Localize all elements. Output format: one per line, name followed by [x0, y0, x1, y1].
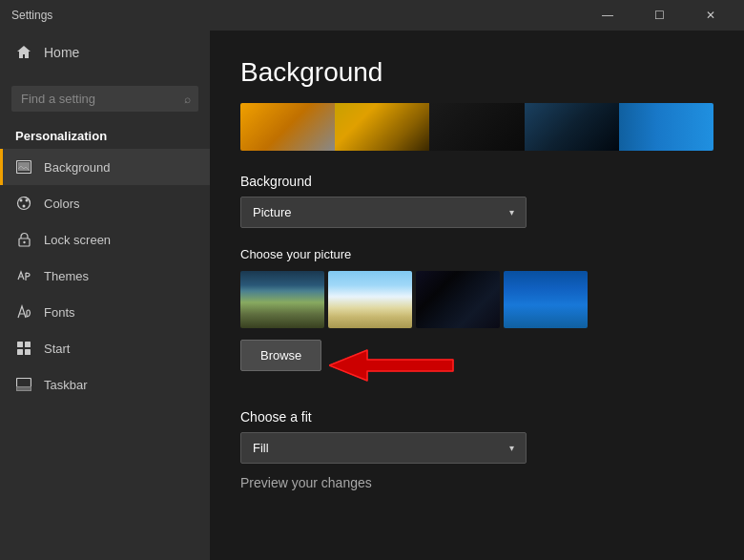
wallpaper-strip	[240, 103, 713, 151]
sidebar-colors-label: Colors	[44, 197, 80, 211]
sidebar-section-label: Personalization	[0, 119, 210, 149]
background-dropdown-chevron: ▾	[509, 207, 514, 218]
sidebar-item-themes[interactable]: Themes	[0, 258, 210, 294]
fill-dropdown-value: Fill	[253, 441, 269, 455]
svg-rect-8	[17, 342, 23, 347]
sidebar-themes-label: Themes	[44, 269, 89, 283]
close-button[interactable]: ✕	[689, 0, 733, 31]
thumb-4-image	[504, 271, 588, 328]
svg-rect-9	[25, 342, 31, 347]
sidebar-item-taskbar[interactable]: Taskbar	[0, 366, 210, 403]
background-dropdown[interactable]: Picture ▾	[240, 197, 527, 228]
main-content: Background Background Picture ▾ Choose y…	[210, 31, 744, 560]
arrow-annotation	[329, 344, 463, 386]
background-dropdown-wrap: Picture ▾	[240, 197, 713, 228]
svg-point-3	[20, 199, 23, 202]
sidebar-fonts-label: Fonts	[44, 305, 75, 320]
sidebar-start-label: Start	[44, 342, 70, 356]
svg-marker-14	[329, 350, 453, 381]
colors-icon	[15, 195, 32, 212]
browse-button[interactable]: Browse	[240, 340, 321, 371]
choose-picture-label: Choose your picture	[240, 247, 713, 261]
thumbnail-1[interactable]	[240, 271, 324, 328]
sidebar-item-fonts[interactable]: Fonts	[0, 294, 210, 330]
app-title: Settings	[11, 9, 586, 22]
thumb-3-image	[416, 271, 500, 328]
minimize-button[interactable]: —	[586, 0, 630, 31]
sidebar-item-lock-screen[interactable]: Lock screen	[0, 221, 210, 258]
fill-dropdown-chevron: ▾	[509, 443, 514, 453]
search-input[interactable]	[11, 86, 198, 112]
thumb-2-image	[328, 271, 412, 328]
taskbar-icon	[15, 376, 32, 393]
svg-rect-10	[17, 349, 23, 355]
thumbnails-row	[240, 271, 713, 328]
fonts-icon	[15, 303, 32, 321]
red-arrow-icon	[329, 344, 463, 386]
choose-fit-section: Choose a fit Fill ▾	[240, 409, 713, 464]
title-bar: Settings — ☐ ✕	[0, 0, 744, 31]
svg-point-7	[23, 241, 25, 243]
lock-icon	[15, 231, 32, 248]
thumbnail-2[interactable]	[328, 271, 412, 328]
app-body: Home ⌕ Personalization Background	[0, 31, 744, 560]
strip-preview-1	[240, 103, 335, 151]
background-dropdown-value: Picture	[253, 205, 291, 219]
start-icon	[15, 340, 32, 357]
sidebar-background-label: Background	[44, 160, 110, 175]
thumbnail-4[interactable]	[504, 271, 588, 328]
svg-rect-11	[25, 349, 31, 355]
sidebar: Home ⌕ Personalization Background	[0, 31, 210, 560]
sidebar-item-colors[interactable]: Colors	[0, 185, 210, 221]
search-icon: ⌕	[184, 93, 191, 106]
fill-dropdown[interactable]: Fill ▾	[240, 432, 527, 464]
title-bar-controls: — ☐ ✕	[586, 0, 733, 31]
background-section-label: Background	[240, 174, 713, 189]
sidebar-search: ⌕	[11, 86, 198, 112]
choose-fit-label: Choose a fit	[240, 409, 713, 425]
strip-preview-4	[525, 103, 619, 151]
browse-row: Browse	[240, 340, 713, 390]
strip-preview-2	[335, 103, 429, 151]
svg-point-5	[23, 205, 26, 208]
sidebar-taskbar-label: Taskbar	[44, 378, 88, 392]
svg-point-4	[26, 199, 29, 202]
svg-rect-13	[17, 387, 31, 391]
thumbnail-3[interactable]	[416, 271, 500, 328]
sidebar-item-home[interactable]: Home	[0, 31, 210, 74]
maximize-button[interactable]: ☐	[637, 0, 681, 31]
page-title: Background	[240, 57, 713, 88]
sidebar-home-label: Home	[44, 45, 79, 60]
strip-preview-5	[619, 103, 713, 151]
preview-changes-label: Preview your changes	[240, 475, 713, 490]
sidebar-item-start[interactable]: Start	[0, 330, 210, 366]
home-icon	[15, 44, 32, 61]
thumb-1-image	[240, 271, 324, 328]
sidebar-item-background[interactable]: Background	[0, 149, 210, 185]
themes-icon	[15, 267, 32, 284]
strip-preview-3	[429, 103, 524, 151]
sidebar-lock-screen-label: Lock screen	[44, 233, 111, 247]
background-icon	[15, 158, 32, 176]
